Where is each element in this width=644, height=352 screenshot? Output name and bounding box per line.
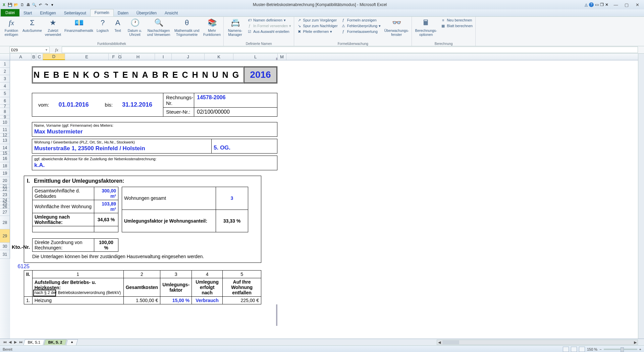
- help-icon[interactable]: ?: [589, 2, 594, 7]
- btn-spur-nachfolger[interactable]: ↘Spur zum Nachfolger: [296, 23, 338, 28]
- tab-formeln[interactable]: Formeln: [90, 9, 114, 16]
- row-header-19[interactable]: 19: [0, 170, 10, 177]
- view-page-break-icon[interactable]: [579, 347, 585, 352]
- window-options-icon[interactable]: ▭: [595, 2, 599, 7]
- row-header-3[interactable]: 3: [0, 75, 10, 82]
- btn-fehlerueberpruefung[interactable]: ⚠Fehlerüberprüfung ▾: [340, 23, 382, 28]
- view-page-layout-icon[interactable]: [571, 347, 577, 352]
- btn-blatt-berechnen[interactable]: ▦Blatt berechnen: [440, 23, 473, 28]
- horizontal-scrollbar[interactable]: ◀ ▶: [437, 340, 638, 345]
- btn-in-formel-verwenden[interactable]: ƒIn Formel verwenden ▾: [247, 23, 292, 28]
- btn-logisch[interactable]: ?Logisch: [95, 17, 110, 33]
- btn-neu-berechnen[interactable]: ≡Neu berechnen: [440, 17, 473, 23]
- next-sheet-icon[interactable]: ▶: [13, 340, 18, 344]
- row-header-1[interactable]: 1: [0, 60, 10, 68]
- select-all-corner[interactable]: [0, 54, 10, 60]
- view-normal-icon[interactable]: [563, 347, 569, 352]
- col-header-H[interactable]: H: [121, 54, 155, 60]
- btn-namens-manager[interactable]: 📇Namens- Manager: [226, 17, 245, 37]
- row-header-16[interactable]: 16: [0, 155, 10, 162]
- chevron-down-icon[interactable]: ▼: [45, 48, 48, 52]
- open-icon[interactable]: 📂: [13, 2, 19, 7]
- sheet-tab-1[interactable]: BK, S.1: [23, 339, 45, 345]
- row-header-31[interactable]: 31: [0, 250, 10, 259]
- tab-einfuegen[interactable]: Einfügen: [36, 10, 60, 16]
- btn-namen-definieren[interactable]: 🏷Namen definieren ▾: [247, 17, 292, 23]
- new-icon[interactable]: 🗋: [19, 2, 25, 7]
- row-header-5[interactable]: 5: [0, 90, 10, 97]
- col-header-E[interactable]: E: [65, 54, 109, 60]
- btn-datum-uhrzeit[interactable]: 🕐Datum u. Uhrzeit: [125, 17, 144, 37]
- btn-formelauswertung[interactable]: ƒFormelauswertung: [340, 29, 382, 34]
- row-header-7[interactable]: 7: [0, 105, 10, 108]
- btn-ueberwachungsfenster[interactable]: 👓Überwachungs- fenster: [383, 17, 410, 37]
- row-header-12[interactable]: 12: [0, 133, 10, 137]
- maximize-icon[interactable]: ▢: [623, 2, 631, 8]
- prev-sheet-icon[interactable]: ◀: [7, 340, 13, 344]
- minimize-icon[interactable]: —: [612, 2, 620, 8]
- row-header-30[interactable]: 30: [0, 243, 10, 250]
- sheet-tab-2[interactable]: BK, S. 2: [44, 339, 67, 345]
- btn-mehr-funktionen[interactable]: 📚Mehr Funktionen: [203, 17, 221, 37]
- tab-seitenlayout[interactable]: Seitenlayout: [60, 10, 90, 16]
- row-header-13[interactable]: 13: [0, 137, 10, 144]
- btn-funktion-einfuegen[interactable]: fxFunktion einfügen: [2, 17, 21, 37]
- btn-nachschlagen[interactable]: 🔍Nachschlagen und Verweisen: [146, 17, 171, 37]
- close-icon[interactable]: ✕: [633, 2, 641, 8]
- col-header-C[interactable]: C: [36, 54, 43, 60]
- tab-daten[interactable]: Daten: [114, 10, 132, 16]
- tab-start[interactable]: Start: [19, 10, 36, 16]
- restore-child-icon[interactable]: ❐: [600, 2, 604, 7]
- fx-icon[interactable]: fx: [52, 47, 62, 53]
- quickprint-icon[interactable]: 🖶: [25, 2, 31, 7]
- col-header-A[interactable]: A: [10, 54, 32, 60]
- row-header-9[interactable]: 9: [0, 115, 10, 119]
- col-header-I[interactable]: I: [155, 54, 172, 60]
- zoom-in-icon[interactable]: +: [639, 347, 641, 351]
- btn-mathematik[interactable]: θMathematik und Trigonometrie: [173, 17, 201, 37]
- tab-datei[interactable]: Datei: [1, 9, 19, 16]
- col-header-K[interactable]: K: [205, 54, 233, 60]
- row-header-10[interactable]: 10: [0, 119, 10, 126]
- preview-icon[interactable]: 🔍: [32, 2, 37, 7]
- btn-formeln-anzeigen[interactable]: ƒFormeln anzeigen: [340, 17, 382, 23]
- row-header-15[interactable]: 15: [0, 152, 10, 155]
- btn-berechnungsoptionen[interactable]: 🖩Berechnungs- optionen: [414, 17, 438, 37]
- row-header-27[interactable]: 27: [0, 209, 10, 216]
- close-child-icon[interactable]: ✕: [605, 2, 608, 7]
- btn-aus-auswahl-erstellen[interactable]: ☑Aus Auswahl erstellen: [247, 29, 292, 34]
- row-header-26[interactable]: 26: [0, 205, 10, 209]
- btn-text[interactable]: AText: [112, 17, 123, 33]
- undo-icon[interactable]: ↶: [38, 2, 43, 7]
- first-sheet-icon[interactable]: ⏮: [2, 340, 7, 344]
- row-header-22[interactable]: 22: [0, 188, 10, 191]
- row-header-28[interactable]: 28: [0, 216, 10, 229]
- redo-icon[interactable]: ↷: [44, 2, 49, 7]
- col-header-L[interactable]: L: [233, 54, 278, 60]
- grid-content[interactable]: Kto.-Nr. 6125 NEBENKOSTENABRECHNUNG 2016…: [10, 60, 644, 339]
- minimize-ribbon-icon[interactable]: ◬: [585, 2, 588, 7]
- btn-autosumme[interactable]: ΣAutoSumme: [23, 17, 42, 33]
- zoom-slider[interactable]: [604, 349, 637, 350]
- name-box[interactable]: D29▼: [9, 47, 50, 53]
- last-sheet-icon[interactable]: ⏭: [18, 340, 23, 344]
- qat-more-icon[interactable]: ▾: [50, 2, 55, 7]
- col-header-D[interactable]: D: [43, 54, 65, 60]
- vertical-scrollbar[interactable]: [638, 54, 644, 339]
- col-header-M[interactable]: M: [278, 54, 286, 60]
- btn-spur-vorgaenger[interactable]: ↗Spur zum Vorgänger: [296, 17, 338, 23]
- row-header-4[interactable]: 4: [0, 82, 10, 90]
- col-header-F[interactable]: F: [109, 54, 119, 60]
- tab-ueberpruefen[interactable]: Überprüfen: [132, 10, 161, 16]
- formula-bar[interactable]: [62, 47, 638, 53]
- btn-finanzmathematik[interactable]: 💶Finanzmathematik: [64, 17, 93, 33]
- col-header-B[interactable]: B: [32, 54, 36, 60]
- row-header-2[interactable]: 2: [0, 68, 10, 75]
- row-header-29[interactable]: 29: [0, 229, 10, 243]
- new-sheet-icon[interactable]: ✦: [66, 339, 78, 345]
- btn-pfeile-entfernen[interactable]: ✖Pfeile entfernen ▾: [296, 29, 338, 34]
- zoom-out-icon[interactable]: −: [599, 347, 601, 351]
- btn-zuletzt-verwendet[interactable]: ★Zuletzt verwendet: [44, 17, 62, 37]
- tab-ansicht[interactable]: Ansicht: [161, 10, 182, 16]
- col-header-G[interactable]: G: [119, 54, 121, 60]
